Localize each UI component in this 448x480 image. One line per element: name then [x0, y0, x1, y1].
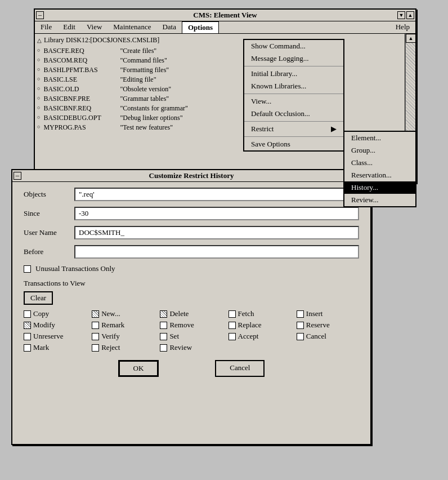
insert-checkbox[interactable]	[297, 310, 304, 318]
window-minimize-btn[interactable]: ▼	[397, 11, 405, 19]
cancel-label: Cancel	[306, 332, 326, 341]
dialog-close-btn[interactable]: ─	[14, 172, 21, 180]
copy-checkbox[interactable]	[24, 310, 31, 318]
remark-checkbox[interactable]	[92, 322, 99, 329]
clear-button[interactable]: Clear	[24, 291, 53, 305]
reserve-checkbox[interactable]	[297, 322, 304, 329]
transaction-reserve: Reserve	[297, 321, 359, 330]
list-item[interactable]: ○ BASIC.LSE "Editing file"	[37, 75, 402, 84]
menu-known-libraries[interactable]: Known Libraries...	[244, 80, 343, 92]
username-input[interactable]	[74, 226, 359, 239]
reject-checkbox[interactable]	[92, 344, 99, 352]
verify-checkbox[interactable]	[92, 333, 99, 340]
unreserve-checkbox[interactable]	[24, 333, 31, 340]
objects-label: Objects	[24, 190, 69, 199]
list-item[interactable]: ○ BASICBNF.REQ "Constants for grammar"	[37, 104, 402, 113]
fetch-label: Fetch	[238, 309, 254, 318]
menu-show-command[interactable]: Show Command...	[244, 40, 343, 52]
set-checkbox[interactable]	[160, 333, 167, 340]
modify-checkbox[interactable]	[24, 322, 31, 329]
filename: MYPROG.PAS	[43, 123, 117, 132]
unusual-transactions-checkbox[interactable]	[24, 265, 31, 273]
set-label: Set	[169, 332, 179, 341]
accept-label: Accept	[238, 332, 259, 341]
transaction-accept: Accept	[229, 332, 291, 341]
menu-message-logging[interactable]: Message Logging...	[244, 52, 343, 65]
filename: BASCOM.REQ	[43, 56, 117, 65]
list-item[interactable]: ○ BASICDEBUG.OPT "Debug linker options"	[37, 114, 402, 122]
window-close-btn[interactable]: ─	[36, 11, 44, 19]
review-checkbox[interactable]	[160, 344, 167, 352]
filename: BASICBNF.REQ	[43, 104, 117, 113]
username-row: User Name	[24, 226, 359, 239]
menu-save-options[interactable]: Save Options	[244, 138, 343, 150]
transaction-copy: Copy	[24, 309, 86, 318]
file-circle-icon: ○	[37, 105, 40, 110]
before-row: Before	[24, 245, 359, 259]
submenu-group[interactable]: Group...	[344, 144, 415, 157]
cancel-checkbox[interactable]	[297, 333, 304, 340]
menu-data[interactable]: Data	[156, 21, 182, 33]
menu-view[interactable]: View	[81, 21, 107, 33]
dialog-buttons: OK Cancel	[24, 360, 359, 377]
mark-checkbox[interactable]	[24, 344, 31, 352]
filename: BASIC.OLD	[43, 85, 117, 94]
file-circle-icon: ○	[37, 76, 40, 82]
dialog-title-bar: ─ Customize Restrict History	[12, 170, 370, 182]
objects-input[interactable]	[74, 188, 359, 201]
replace-label: Replace	[238, 321, 262, 330]
fetch-checkbox[interactable]	[229, 310, 236, 318]
menu-maintenance[interactable]: Maintenance	[107, 21, 156, 33]
menu-restrict[interactable]: Restrict ▶	[244, 123, 343, 135]
file-circle-icon: ○	[37, 66, 40, 72]
submenu-history[interactable]: History...	[344, 181, 415, 194]
filename: BASCFE.REQ	[43, 47, 117, 55]
menu-view[interactable]: View...	[244, 95, 343, 108]
filename: BASICBNF.PRE	[43, 95, 117, 103]
menu-help[interactable]: Help	[390, 21, 415, 33]
verify-label: Verify	[101, 332, 120, 341]
menu-file[interactable]: File	[35, 21, 57, 33]
transaction-review: Review	[160, 343, 222, 352]
transaction-cancel: Cancel	[297, 332, 359, 341]
cms-title-text: CMS: Element View	[193, 11, 257, 20]
before-input[interactable]	[74, 245, 359, 259]
file-circle-icon: ○	[37, 124, 40, 130]
insert-label: Insert	[306, 309, 323, 318]
list-item[interactable]: ○ BASCFE.REQ "Create files"	[37, 47, 402, 55]
submenu-element[interactable]: Element...	[344, 132, 415, 144]
transaction-delete: Delete	[160, 309, 222, 318]
delete-checkbox[interactable]	[160, 310, 167, 318]
file-circle-icon: ○	[37, 57, 40, 63]
remove-checkbox[interactable]	[160, 322, 167, 329]
transaction-mark: Mark	[24, 343, 86, 352]
filename: BASICDEBUG.OPT	[43, 114, 117, 122]
window-maximize-btn[interactable]: ▲	[406, 11, 414, 19]
ok-button[interactable]: OK	[118, 360, 159, 377]
accept-checkbox[interactable]	[229, 333, 236, 340]
new-checkbox[interactable]	[92, 310, 99, 318]
submenu-reservation[interactable]: Reservation...	[344, 169, 415, 181]
dialog-content: Objects Since User Name Before Unusual T…	[12, 182, 370, 383]
replace-checkbox[interactable]	[229, 322, 236, 329]
submenu-arrow-icon: ▶	[331, 125, 337, 134]
cancel-button[interactable]: Cancel	[215, 360, 265, 377]
list-item[interactable]: ○ BASIC.OLD "Obsolete version"	[37, 85, 402, 94]
menu-default-occlusion[interactable]: Default Occlusion...	[244, 108, 343, 120]
file-circle-icon: ○	[37, 47, 40, 53]
menu-edit[interactable]: Edit	[57, 21, 81, 33]
submenu-class[interactable]: Class...	[344, 157, 415, 169]
scroll-up-btn[interactable]: ▲	[406, 34, 416, 43]
file-desc: "Constants for grammar"	[120, 104, 187, 113]
list-item[interactable]: ○ BASICBNF.PRE "Grammar tables"	[37, 95, 402, 103]
separator	[244, 66, 343, 66]
submenu-review[interactable]: Review...	[344, 194, 415, 206]
separator	[244, 136, 343, 137]
since-input[interactable]	[74, 207, 359, 220]
menu-options[interactable]: Options	[182, 21, 219, 33]
filename: BASHLPFMT.BAS	[43, 66, 117, 74]
list-item[interactable]: ○ BASHLPFMT.BAS "Formatting files"	[37, 66, 402, 74]
file-desc: "Command files"	[120, 56, 167, 65]
menu-initial-library[interactable]: Initial Library...	[244, 68, 343, 80]
list-item[interactable]: ○ BASCOM.REQ "Command files"	[37, 56, 402, 65]
